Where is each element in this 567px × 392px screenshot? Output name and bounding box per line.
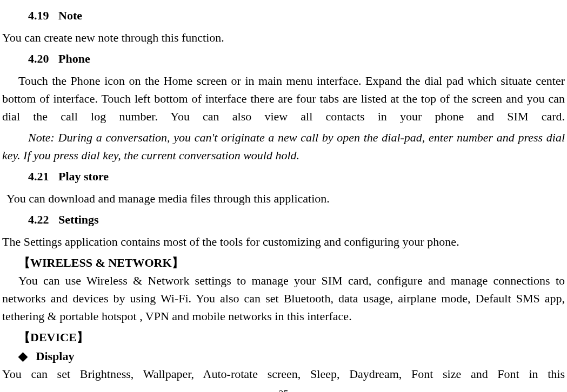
wireless-network-heading: 【WIRELESS & NETWORK】: [18, 254, 565, 272]
heading-4-21: 4.21 Play store: [28, 167, 565, 185]
section-title: Phone: [58, 52, 90, 65]
display-heading-text: Display: [36, 349, 75, 363]
heading-4-19: 4.19 Note: [28, 6, 565, 24]
body-4-21: You can download and manage media files …: [6, 190, 565, 207]
page-number: -25-: [2, 387, 565, 392]
section-title: Play store: [58, 170, 109, 183]
section-number: 4.19: [28, 6, 49, 24]
heading-4-22: 4.22 Settings: [28, 211, 565, 228]
section-number: 4.21: [28, 167, 49, 185]
display-body: You can set Brightness, Wallpaper, Auto-…: [2, 365, 565, 383]
heading-4-20: 4.20 Phone: [28, 50, 565, 67]
note-4-20: Note: During a conversation, you can't o…: [2, 129, 565, 164]
display-heading: ◆ Display: [18, 347, 565, 365]
section-number: 4.22: [28, 211, 49, 228]
section-title: Settings: [58, 213, 99, 226]
diamond-bullet-icon: ◆: [18, 347, 28, 365]
device-heading: 【DEVICE】: [18, 328, 565, 346]
body-4-19: You can create new note through this fun…: [2, 29, 565, 46]
section-number: 4.20: [28, 50, 49, 67]
section-title: Note: [58, 9, 82, 22]
body-4-20: Touch the Phone icon on the Home screen …: [2, 72, 565, 125]
wireless-network-body: You can use Wireless & Network settings …: [2, 272, 565, 325]
body-4-22: The Settings application contains most o…: [2, 233, 565, 251]
